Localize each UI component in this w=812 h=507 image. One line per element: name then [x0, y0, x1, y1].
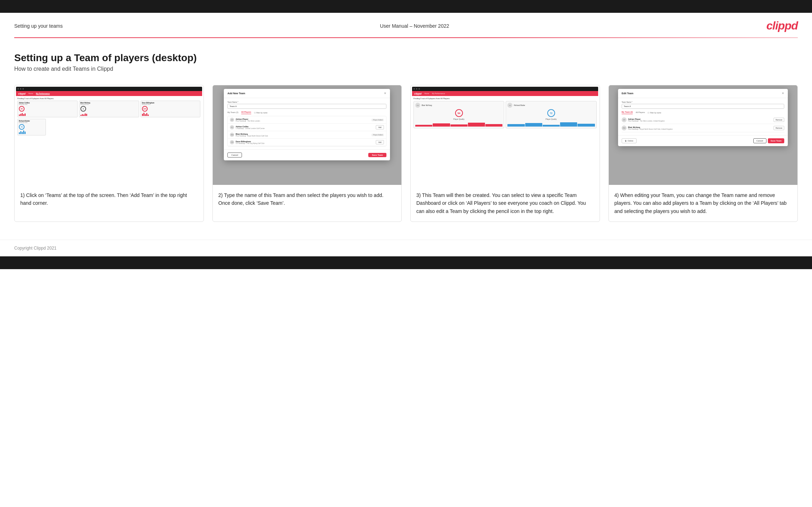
- ss2-player-info-1: Adrian Player Plus Handicap · The Shire …: [236, 118, 370, 122]
- ss4-modal: Edit Team ✕ Team Name * Team A My Team (…: [618, 89, 788, 146]
- ss1-score-3: 194: [142, 106, 148, 112]
- ss4-tabs: My Team (2) All Players ☐ Filter by name: [622, 111, 784, 114]
- ss2-modal-body: Team Name * Team A My Team (2) All Playe…: [224, 98, 390, 149]
- ss2-team-name-input[interactable]: Team A: [227, 104, 386, 109]
- ss3-cards-row: BM Blair McHarg 94 Player Quality: [413, 101, 597, 128]
- ss4-filter-checkbox[interactable]: ☐: [648, 112, 649, 114]
- ss1-bar: [19, 114, 20, 116]
- ss4-filter: ☐ Filter by name: [648, 112, 661, 114]
- ss2-cancel-button[interactable]: Cancel: [227, 153, 242, 158]
- ss2-player-row-1: AP Adrian Player Plus Handicap · The Shi…: [228, 116, 386, 124]
- bottom-bar: [0, 256, 812, 269]
- ss4-player-club-1: Plus Handicap · The Shire London, United…: [628, 120, 772, 122]
- ss3-player-sublabel-1: Player Quality: [415, 118, 502, 120]
- ss2-player-club-4: 3.5 Handicap · The Oxg Mying Golf Club: [236, 143, 374, 144]
- ss2-add-btn-2[interactable]: Add: [376, 125, 384, 129]
- ss4-player-row-2: BM Blair McHarg Plus Handicap · Royal No…: [622, 124, 784, 132]
- ss4-player-info-1: Adrian Player Plus Handicap · The Shire …: [628, 118, 772, 122]
- ss1-bars-4: [19, 130, 44, 134]
- ss1-nav-myperformance: My Performance: [36, 92, 50, 95]
- ss2-status-3: Player Added: [371, 134, 384, 136]
- ss1-bar: [146, 113, 147, 116]
- ss1-bar: [22, 132, 23, 134]
- ss1-score-4: 72: [19, 124, 25, 130]
- ss1-bar: [86, 114, 87, 116]
- card-2-text: 2) Type the name of this Team and then s…: [213, 185, 402, 222]
- ss2-player-club-1: Plus Handicap · The Shire London: [236, 120, 370, 122]
- ss1-bar: [20, 114, 21, 116]
- ss4-right-buttons: Cancel Save Team: [753, 138, 785, 143]
- ss4-save-button[interactable]: Save Team: [768, 138, 785, 143]
- ss4-remove-btn-1[interactable]: Remove: [774, 118, 785, 122]
- ss2-player-club-3: Plus Handicap · Royal North Devon Golf C…: [236, 135, 370, 137]
- ss3-wrapper: clippd Home My Performance Finding 5 out…: [411, 85, 600, 185]
- card-2: Add New Team ✕ Team Name * Team A My Tea…: [212, 85, 402, 222]
- ss3-dot-1: [413, 88, 415, 90]
- ss2-tab-allplayers[interactable]: All Players: [241, 111, 251, 114]
- ss3-card-1: BM Blair McHarg 94 Player Quality: [413, 101, 504, 128]
- ss1-player-sub-2: Handicap Index: [80, 104, 138, 105]
- card-1: clippd Home My Performance Finding 5 out…: [14, 85, 204, 222]
- ss4-modal-title: Edit Team: [622, 92, 633, 95]
- ss3-nav-home: Home: [425, 92, 429, 95]
- ss2-save-button[interactable]: Save Team: [368, 153, 386, 157]
- ss2-player-row-4: DB Dave Billingham 3.5 Handicap · The Ox…: [228, 139, 386, 146]
- ss1-dot-3: [22, 88, 24, 90]
- ss2-add-btn-4[interactable]: Add: [376, 140, 384, 144]
- ss2-wrapper: Add New Team ✕ Team Name * Team A My Tea…: [213, 85, 402, 185]
- ss2-modal-close-icon[interactable]: ✕: [384, 92, 386, 95]
- screenshot-2: Add New Team ✕ Team Name * Team A My Tea…: [213, 85, 402, 185]
- top-bar: [0, 0, 812, 13]
- cards-grid: clippd Home My Performance Finding 5 out…: [14, 85, 798, 222]
- ss1-player-card-3: Dave Billingham Handicap Index 194: [141, 101, 201, 117]
- ss4-avatar-1: AP: [622, 117, 627, 122]
- ss2-modal-footer: Cancel Save Team: [224, 149, 390, 160]
- ss1-bar: [19, 132, 20, 134]
- ss1-players-row-2: Richard Butler Handicap Index 72: [17, 119, 201, 135]
- ss2-filter-checkbox[interactable]: ☐: [254, 112, 255, 114]
- ss2-avatar-1: AP: [230, 118, 234, 122]
- ss4-player-club-2: Plus Handicap · Royal North Devon Golf C…: [628, 128, 772, 130]
- ss2-tab-myteam[interactable]: My Team (2): [227, 111, 238, 114]
- ss3-bar: [415, 125, 432, 127]
- ss3-bar: [450, 124, 468, 127]
- ss4-team-name-input[interactable]: Team A: [622, 104, 784, 109]
- ss2-filter: ☐ Filter by name: [254, 112, 268, 114]
- ss1-logo: clippd: [18, 92, 26, 95]
- ss1-score-2: 0: [80, 106, 86, 112]
- ss4-remove-btn-2[interactable]: Remove: [774, 126, 785, 130]
- footer: Copyright Clippd 2021: [0, 240, 812, 256]
- ss3-score-2: 72: [547, 109, 555, 117]
- ss4-player-info-2: Blair McHarg Plus Handicap · Royal North…: [628, 126, 772, 130]
- ss1-bar: [23, 114, 24, 116]
- ss1-topbar: [16, 87, 202, 91]
- ss1-bar: [25, 113, 26, 116]
- ss3-player-avatar-2: RB: [507, 103, 512, 108]
- ss4-tab-allplayers[interactable]: All Players: [636, 111, 645, 114]
- screenshot-1: clippd Home My Performance Finding 5 out…: [15, 85, 204, 185]
- ss2-player-list: AP Adrian Player Plus Handicap · The Shi…: [227, 116, 386, 146]
- ss2-avatar-4: DB: [230, 140, 234, 144]
- ss1-dot-1: [17, 88, 19, 90]
- ss2-player-row-3: BM Blair McHarg Plus Handicap · Royal No…: [228, 131, 386, 139]
- ss4-modal-close-icon[interactable]: ✕: [782, 92, 784, 95]
- ss1-bar: [83, 114, 84, 116]
- ss4-trash-icon: 🗑: [625, 140, 627, 142]
- card-4-text: 4) When editing your Team, you can chang…: [609, 185, 798, 222]
- ss3-score-1: 94: [455, 109, 463, 117]
- ss2-player-info-2: Adrian Coliba 1 Handicap · Central Londo…: [236, 126, 374, 129]
- header: Setting up your teams User Manual – Nove…: [0, 13, 812, 37]
- ss1-bar: [25, 132, 26, 134]
- ss4-team-name-label: Team Name *: [622, 101, 784, 103]
- ss2-status-1: Player Added: [371, 119, 384, 121]
- ss4-tab-myteam[interactable]: My Team (2): [622, 111, 633, 114]
- ss3-bar: [468, 123, 485, 127]
- ss4-modal-header: Edit Team ✕: [618, 89, 788, 98]
- ss1-bar: [82, 114, 83, 116]
- ss3-dot-2: [416, 88, 417, 90]
- ss3-bar: [578, 124, 595, 127]
- ss4-delete-button[interactable]: 🗑 Delete: [622, 138, 637, 143]
- ss4-cancel-button[interactable]: Cancel: [753, 138, 766, 143]
- card-3: clippd Home My Performance Finding 5 out…: [410, 85, 600, 222]
- ss3-dot-3: [418, 88, 420, 90]
